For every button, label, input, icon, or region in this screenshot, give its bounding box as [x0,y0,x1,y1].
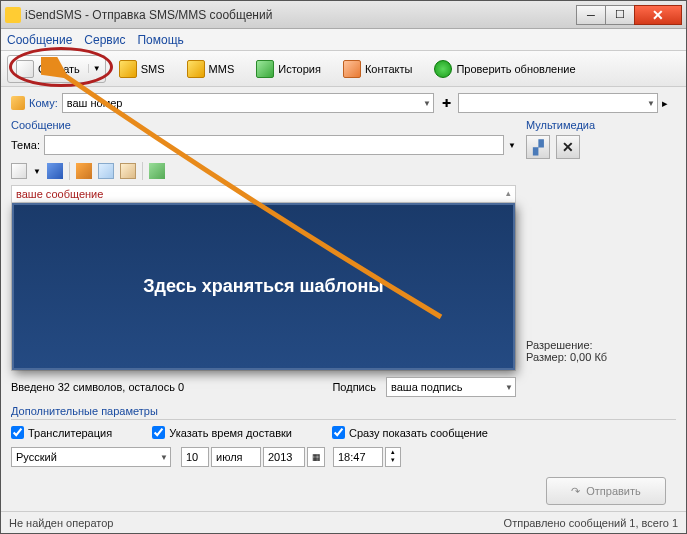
maximize-button[interactable]: ☐ [605,5,635,25]
eraser-icon[interactable] [11,163,27,179]
menu-message[interactable]: Сообщение [7,33,72,47]
status-right: Отправлено сообщений 1, всего 1 [504,517,678,529]
language-combo[interactable]: Русский ▼ [11,447,171,467]
delivery-time-check[interactable]: Указать время доставки [152,426,292,439]
toolbar: Создать ▼ SMS MMS История Контакты Прове… [1,51,686,87]
message-header: ваше сообщение ▴ [11,185,516,202]
sms-icon [119,60,137,78]
mms-icon [187,60,205,78]
menu-service[interactable]: Сервис [84,33,125,47]
create-label: Создать [38,63,80,75]
address-bar: Кому: ваш номер ▼ ✚ ▼ ▸ [11,93,676,113]
chevron-down-icon[interactable]: ▼ [88,64,101,73]
language-value: Русский [16,451,57,463]
menu-help[interactable]: Помощь [137,33,183,47]
dropdown-icon: ▼ [647,99,655,108]
theme-dropdown-icon[interactable]: ▼ [508,141,516,150]
send-label: Отправить [586,485,641,497]
close-button[interactable]: ✕ [634,5,682,25]
menubar: Сообщение Сервис Помощь [1,29,686,51]
copy-icon[interactable] [98,163,114,179]
content-area: Кому: ваш номер ▼ ✚ ▼ ▸ Сообщение Тема: … [1,87,686,511]
to-icon [11,96,25,110]
add-recipient-icon[interactable]: ✚ [438,97,454,110]
annotation-text: Здесь храняться шаблоны [143,276,383,297]
theme-label: Тема: [11,139,40,151]
day-value: 10 [186,451,198,463]
shownow-checkbox[interactable] [332,426,345,439]
separator [142,162,143,180]
time-value: 18:47 [338,451,366,463]
add-media-button[interactable]: ▞ [526,135,550,159]
to-value: ваш номер [67,97,123,109]
translit-check[interactable]: Транслитерация [11,426,112,439]
message-placeholder: ваше сообщение [16,188,103,200]
delivery-label: Указать время доставки [169,427,292,439]
save-icon[interactable] [47,163,63,179]
to-field[interactable]: ваш номер ▼ [62,93,434,113]
titlebar: iSendSMS - Отправка SMS/MMS сообщений ─ … [1,1,686,29]
update-label: Проверить обновление [456,63,575,75]
message-body[interactable]: Здесь храняться шаблоны [11,202,516,371]
extra-params-label: Дополнительные параметры [11,405,676,420]
dropdown-icon: ▼ [160,453,168,462]
send-button[interactable]: ↷ Отправить [546,477,666,505]
theme-input[interactable] [44,135,504,155]
settings-icon[interactable]: ▸ [662,97,676,110]
size-label: Размер: 0,00 Кб [526,351,676,363]
separator [69,162,70,180]
scroll-up-icon[interactable]: ▴ [506,188,511,200]
signature-combo[interactable]: ваша подпись ▼ [386,377,516,397]
month-value: июля [216,451,243,463]
create-button[interactable]: Создать ▼ [7,55,106,83]
history-label: История [278,63,321,75]
image-icon: ▞ [533,139,544,155]
translit-checkbox[interactable] [11,426,24,439]
send-icon: ↷ [571,485,580,498]
remove-media-button[interactable]: ✕ [556,135,580,159]
resolution-label: Разрешение: [526,339,676,351]
paste-icon[interactable] [120,163,136,179]
delivery-checkbox[interactable] [152,426,165,439]
mms-label: MMS [209,63,235,75]
delete-icon: ✕ [562,139,574,155]
status-left: Не найден оператор [9,517,113,529]
window-title: iSendSMS - Отправка SMS/MMS сообщений [25,8,577,22]
history-icon [256,60,274,78]
year-value: 2013 [268,451,292,463]
contacts-button[interactable]: Контакты [334,55,422,83]
multimedia-label: Мультимедиа [526,119,676,131]
mms-button[interactable]: MMS [178,55,244,83]
dropdown-icon: ▼ [505,383,513,392]
shownow-label: Сразу показать сообщение [349,427,488,439]
to-label: Кому: [29,97,58,109]
editor-toolbar: ▼ [11,159,516,183]
statusbar: Не найден оператор Отправлено сообщений … [1,511,686,533]
spin-down-icon[interactable]: ▾ [391,456,395,464]
new-icon [16,60,34,78]
minimize-button[interactable]: ─ [576,5,606,25]
show-now-check[interactable]: Сразу показать сообщение [332,426,488,439]
check-update-button[interactable]: Проверить обновление [425,55,584,83]
sms-button[interactable]: SMS [110,55,174,83]
globe-icon [434,60,452,78]
spin-up-icon[interactable]: ▴ [391,448,395,456]
cut-icon[interactable] [76,163,92,179]
sms-label: SMS [141,63,165,75]
calendar-icon[interactable]: ▦ [312,452,321,462]
gateway-combo[interactable]: ▼ [458,93,658,113]
app-icon [5,7,21,23]
contacts-label: Контакты [365,63,413,75]
translit-label: Транслитерация [28,427,112,439]
eraser-dd[interactable]: ▼ [33,167,41,176]
contacts-icon [343,60,361,78]
template-icon[interactable] [149,163,165,179]
annotation-tooltip: Здесь храняться шаблоны [12,203,515,370]
signature-label: Подпись [332,381,376,393]
date-picker[interactable]: 10 июля 2013 ▦ 18:47 ▴▾ [181,447,401,467]
history-button[interactable]: История [247,55,330,83]
dropdown-icon: ▼ [423,99,431,108]
char-counter: Введено 32 символов, осталось 0 [11,381,322,393]
signature-value: ваша подпись [391,381,462,393]
message-label: Сообщение [11,119,516,131]
